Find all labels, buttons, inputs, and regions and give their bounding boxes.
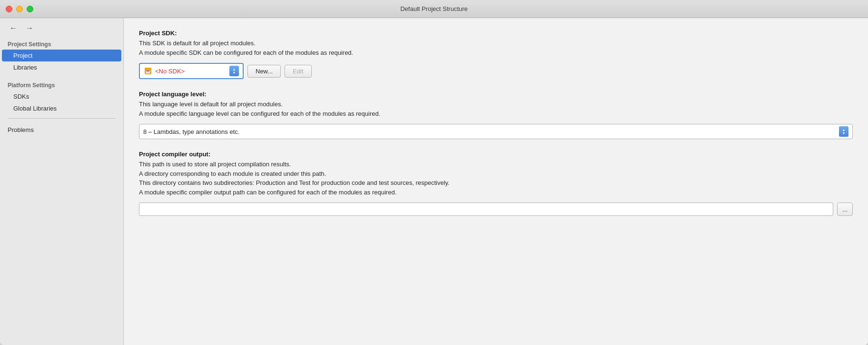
platform-settings-label: Platform Settings [0,78,123,91]
sidebar-item-problems[interactable]: Problems [0,122,123,135]
svg-text:☕: ☕ [145,68,151,74]
sidebar-item-project[interactable]: Project [2,50,121,61]
compiler-output-row: ... [139,203,853,216]
language-desc: This language level is default for all p… [139,100,853,118]
sdk-dropdown-arrow[interactable] [229,66,239,76]
compiler-section: Project compiler output: This path is us… [139,151,853,216]
compiler-path-input[interactable] [139,203,833,216]
minimize-button[interactable] [16,6,23,12]
sidebar: ← → Project Settings Project Libraries P… [0,18,124,345]
close-button[interactable] [6,6,12,12]
sdk-dropdown[interactable]: ☕ <No SDK> [139,63,244,79]
compiler-title: Project compiler output: [139,151,853,158]
language-dropdown-arrow[interactable] [839,126,848,137]
sdk-desc: This SDK is default for all project modu… [139,39,853,57]
language-section: Project language level: This language le… [139,91,853,139]
content-area: ← → Project Settings Project Libraries P… [0,18,868,345]
language-dropdown[interactable]: 8 – Lambdas, type annotations etc. [139,124,853,139]
browse-button[interactable]: ... [837,203,853,216]
nav-back-button[interactable]: ← [8,23,19,33]
maximize-button[interactable] [27,6,33,12]
main-window: Default Project Structure ← → Project Se… [0,0,868,345]
nav-arrows: ← → [0,18,123,37]
project-settings-label: Project Settings [0,37,123,50]
titlebar: Default Project Structure [0,0,868,18]
language-title: Project language level: [139,91,853,98]
sdk-row: ☕ <No SDK> New... Edit [139,63,853,79]
nav-forward-button[interactable]: → [24,23,35,33]
window-title: Default Project Structure [400,5,468,12]
language-value: 8 – Lambdas, type annotations etc. [143,128,839,135]
sidebar-divider [8,118,116,119]
sdk-icon: ☕ [144,67,152,75]
sdk-title: Project SDK: [139,30,853,37]
compiler-desc: This path is used to store all project c… [139,160,853,197]
traffic-lights [6,6,33,12]
sidebar-item-sdks[interactable]: SDKs [0,91,123,102]
sidebar-item-global-libraries[interactable]: Global Libraries [0,102,123,114]
sidebar-item-libraries[interactable]: Libraries [0,61,123,73]
edit-sdk-button[interactable]: Edit [285,65,311,78]
sdk-value: <No SDK> [155,68,229,75]
sdk-section: Project SDK: This SDK is default for all… [139,30,853,79]
main-panel: Project SDK: This SDK is default for all… [124,18,868,345]
new-sdk-button[interactable]: New... [247,65,281,78]
